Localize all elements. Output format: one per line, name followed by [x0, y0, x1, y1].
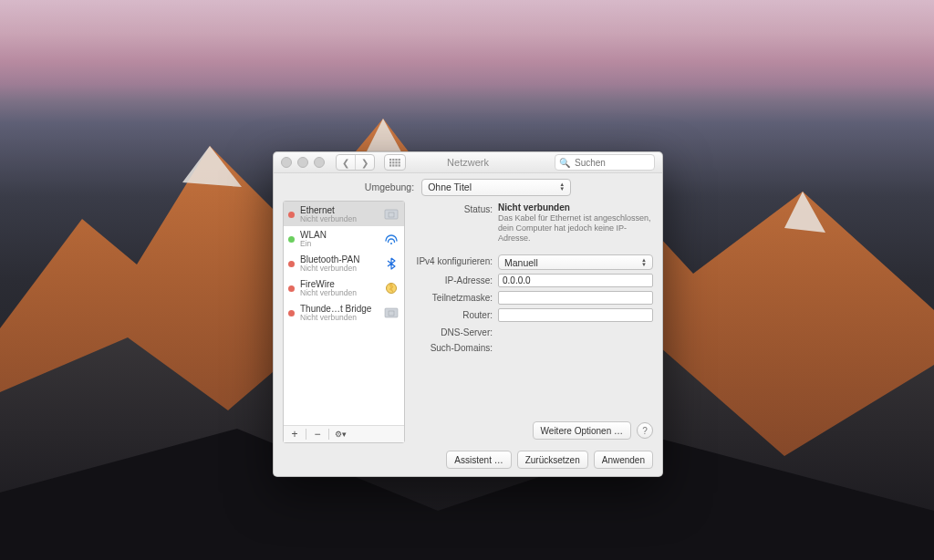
svg-rect-11 [399, 164, 400, 166]
close-window-button[interactable] [281, 157, 292, 168]
router-input[interactable] [498, 308, 653, 322]
svg-rect-9 [392, 164, 394, 166]
ethernet-icon [383, 208, 400, 221]
nav-back-button[interactable]: ❮ [337, 155, 355, 170]
status-label: Status: [412, 202, 498, 214]
updown-arrows-icon: ▲▼ [638, 255, 649, 269]
service-item-thunderbolt-bridge[interactable]: Thunde…t Bridge Nicht verbunden [284, 300, 404, 325]
svg-point-14 [390, 243, 392, 244]
status-dot-icon [288, 236, 295, 243]
window-footer: Assistent … Zurücksetzen Anwenden [274, 447, 662, 476]
subnet-mask-input[interactable] [498, 291, 653, 305]
service-status: Ein [300, 240, 378, 248]
bluetooth-icon [383, 257, 400, 270]
search-field-wrap[interactable]: 🔍 [555, 154, 655, 171]
service-name: WLAN [300, 230, 378, 240]
thunderbolt-bridge-icon [383, 306, 400, 319]
svg-rect-6 [395, 161, 397, 163]
svg-rect-4 [389, 161, 391, 163]
search-icon: 🔍 [559, 158, 570, 168]
svg-rect-13 [389, 213, 394, 217]
ipv4-config-value: Manuell [504, 257, 538, 268]
svg-rect-7 [399, 161, 400, 163]
service-action-menu[interactable]: ⚙︎▾ [333, 430, 348, 439]
status-value: Nicht verbunden [498, 202, 570, 213]
location-selected-value: Ohne Titel [428, 181, 472, 192]
status-dot-icon [288, 310, 295, 316]
zoom-window-button[interactable] [314, 157, 325, 168]
service-list: Ethernet Nicht verbunden WLAN Ein [284, 202, 404, 425]
router-label: Router: [412, 308, 498, 320]
service-item-ethernet[interactable]: Ethernet Nicht verbunden [284, 202, 404, 226]
apply-button[interactable]: Anwenden [594, 451, 653, 469]
updown-arrows-icon: ▲▼ [556, 180, 567, 195]
svg-rect-8 [389, 164, 391, 166]
window-traffic-lights [281, 157, 325, 168]
nav-forward-button[interactable]: ❯ [355, 155, 374, 170]
search-input[interactable] [573, 157, 650, 169]
firewire-icon [383, 282, 400, 295]
service-item-bluetooth[interactable]: Bluetooth-PAN Nicht verbunden [284, 251, 404, 275]
advanced-options-button[interactable]: Weitere Optionen … [533, 421, 631, 440]
svg-rect-5 [392, 161, 394, 163]
status-dot-icon [288, 285, 295, 292]
remove-service-button[interactable]: − [310, 428, 325, 441]
network-preferences-window: ❮ ❯ Netzwerk 🔍 Umgebung: Ohne Titel ▲▼ [273, 151, 663, 477]
help-button[interactable]: ? [637, 422, 653, 439]
service-detail-pane: Status: Nicht verbunden Das Kabel für Et… [412, 201, 653, 443]
location-select[interactable]: Ohne Titel ▲▼ [421, 179, 571, 196]
svg-rect-2 [395, 159, 397, 161]
search-domains-label: Such-Domains: [412, 341, 498, 353]
sidebar-footer: + − ⚙︎▾ [284, 425, 404, 442]
svg-rect-10 [395, 164, 397, 166]
wifi-icon [383, 233, 400, 245]
assistant-button[interactable]: Assistent … [446, 451, 511, 469]
ip-address-label: IP-Adresse: [412, 274, 498, 285]
show-all-prefs-button[interactable] [384, 154, 406, 171]
service-item-firewire[interactable]: FireWire Nicht verbunden [284, 275, 404, 300]
service-status: Nicht verbunden [300, 314, 378, 322]
grid-icon [389, 159, 400, 167]
status-dot-icon [288, 261, 295, 267]
service-status: Nicht verbunden [300, 289, 378, 297]
service-status: Nicht verbunden [300, 264, 378, 273]
add-service-button[interactable]: + [287, 428, 302, 441]
service-sidebar: Ethernet Nicht verbunden WLAN Ein [283, 201, 405, 443]
location-row: Umgebung: Ohne Titel ▲▼ [274, 173, 662, 201]
minimize-window-button[interactable] [297, 157, 308, 168]
service-status: Nicht verbunden [300, 215, 378, 223]
dns-server-label: DNS-Server: [412, 326, 498, 337]
ipv4-config-select[interactable]: Manuell ▲▼ [498, 254, 653, 270]
ip-address-input[interactable] [498, 274, 653, 287]
revert-button[interactable]: Zurücksetzen [517, 451, 588, 469]
location-label: Umgebung: [365, 181, 414, 192]
svg-rect-1 [392, 159, 394, 161]
ipv4-config-label: IPv4 konfigurieren: [412, 254, 498, 266]
status-description: Das Kabel für Ethernet ist angeschlossen… [498, 213, 653, 244]
svg-rect-17 [389, 311, 394, 316]
svg-rect-0 [389, 159, 391, 161]
nav-back-forward-segment: ❮ ❯ [336, 154, 375, 171]
window-titlebar: ❮ ❯ Netzwerk 🔍 [274, 152, 662, 173]
service-item-wlan[interactable]: WLAN Ein [284, 226, 404, 251]
status-dot-icon [288, 212, 295, 218]
subnet-mask-label: Teilnetzmaske: [412, 291, 498, 303]
svg-rect-3 [399, 159, 400, 161]
